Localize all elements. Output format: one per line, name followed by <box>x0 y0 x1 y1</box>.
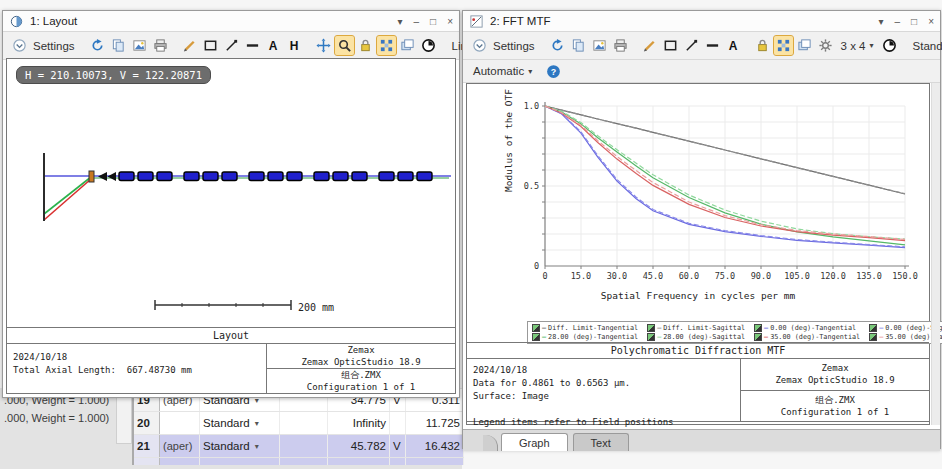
window-menu-button[interactable]: ▾ <box>879 16 884 27</box>
table-cell[interactable]: 22 <box>134 458 160 465</box>
pan-icon[interactable] <box>314 36 333 55</box>
expand-icon[interactable] <box>377 36 396 55</box>
lock-icon[interactable] <box>356 36 375 55</box>
minimize-button[interactable]: – <box>895 16 901 27</box>
duplicate-window-icon[interactable] <box>795 36 814 55</box>
svg-text:0: 0 <box>542 271 547 281</box>
rectangle-icon[interactable] <box>661 36 680 55</box>
maximize-button[interactable]: □ <box>911 16 917 27</box>
tab-graph[interactable]: Graph <box>501 433 568 451</box>
mtf-plot-page: 00.51.0015.030.045.060.075.090.0105.0120… <box>466 83 930 425</box>
line-icon[interactable] <box>222 36 241 55</box>
close-button[interactable]: × <box>447 16 453 27</box>
tab-text[interactable]: Text <box>573 433 629 451</box>
table-cell[interactable]: Standard▾ <box>200 412 280 434</box>
legend-item[interactable]: —0.00 (deg)-Tangential <box>754 324 860 332</box>
legend-toggle-icon[interactable] <box>647 333 655 341</box>
table-row[interactable]: 22(aper)Standard▾13.596V2.7077 <box>134 458 464 465</box>
table-cell[interactable]: 21 <box>134 435 160 457</box>
legend-item[interactable]: —Diff. Limit-Sagittal <box>647 324 745 332</box>
help-icon[interactable]: ? <box>544 62 563 81</box>
svg-text:0.5: 0.5 <box>524 181 539 191</box>
copy-icon[interactable] <box>569 36 588 55</box>
legend-toggle-icon[interactable] <box>754 324 762 332</box>
maximize-button[interactable]: □ <box>430 16 436 27</box>
record-icon[interactable] <box>419 36 438 55</box>
legend-toggle-icon[interactable] <box>532 333 540 341</box>
table-cell[interactable]: Standard▾ <box>200 435 280 457</box>
line-icon[interactable] <box>682 36 701 55</box>
table-cell[interactable]: V <box>390 435 406 457</box>
table-cell[interactable]: Infinity <box>328 412 390 434</box>
gear-icon[interactable] <box>816 36 835 55</box>
copy-icon[interactable] <box>109 36 128 55</box>
table-cell[interactable]: 11.725 <box>406 412 464 434</box>
stretch-tool-icon[interactable]: H <box>285 36 304 55</box>
table-cell[interactable]: 13.596 <box>328 458 390 465</box>
table-cell[interactable]: Standard▾ <box>200 458 280 465</box>
refresh-icon[interactable] <box>548 36 567 55</box>
lens-data-table: 19(aper)Standard▾34.775V0.311V20Standard… <box>132 389 464 465</box>
expand-icon[interactable] <box>774 36 793 55</box>
save-image-icon[interactable] <box>590 36 609 55</box>
record-icon[interactable] <box>880 36 899 55</box>
settings-dropdown[interactable]: Settings <box>7 36 78 55</box>
legend-toggle-icon[interactable] <box>869 333 877 341</box>
pencil-icon[interactable] <box>180 36 199 55</box>
brand-name: Zemax <box>347 344 374 356</box>
chevron-down-icon <box>10 36 29 55</box>
table-cell[interactable] <box>160 412 200 434</box>
table-cell[interactable]: 16.432 <box>406 435 464 457</box>
svg-text:75.0: 75.0 <box>715 271 735 281</box>
settings-dropdown[interactable]: Settings <box>467 36 538 55</box>
legend-toggle-icon[interactable] <box>754 333 762 341</box>
layout-titlebar[interactable]: 1: Layout ▾ – □ × <box>3 11 459 32</box>
dash-icon[interactable] <box>703 36 722 55</box>
table-cell[interactable] <box>280 435 328 457</box>
text-tool-icon[interactable]: A <box>264 36 283 55</box>
table-cell[interactable]: (aper) <box>160 435 200 457</box>
legend-toggle-icon[interactable] <box>532 324 540 332</box>
table-cell[interactable]: 45.782 <box>328 435 390 457</box>
text-tool-icon[interactable]: A <box>724 36 743 55</box>
scrollbar[interactable] <box>116 390 132 444</box>
print-icon[interactable] <box>151 36 170 55</box>
layout-drawing-area[interactable]: H = 210.10073, V = 122.20871 200 mm <box>7 59 455 327</box>
mtf-titlebar[interactable]: 2: FFT MTF ▾ – □ × <box>463 11 940 32</box>
duplicate-window-icon[interactable] <box>398 36 417 55</box>
table-cell[interactable]: 2.707 <box>406 458 464 465</box>
legend-toggle-icon[interactable] <box>647 324 655 332</box>
window-title: 2: FFT MTF <box>490 15 550 27</box>
refresh-icon[interactable] <box>88 36 107 55</box>
minimize-button[interactable]: – <box>414 16 420 27</box>
table-cell[interactable] <box>390 412 406 434</box>
legend-item[interactable]: —28.00 (deg)-Sagittal <box>647 333 745 341</box>
window-menu-button[interactable]: ▾ <box>398 16 403 27</box>
grid-size-dropdown[interactable]: 3 x 4▾ <box>837 40 878 52</box>
legend-toggle-icon[interactable] <box>869 324 877 332</box>
legend-item[interactable]: —Diff. Limit-Tangential <box>532 324 638 332</box>
table-cell[interactable]: 20 <box>134 412 160 434</box>
svg-text:?: ? <box>551 66 556 76</box>
lock-icon[interactable] <box>753 36 772 55</box>
print-icon[interactable] <box>611 36 630 55</box>
legend-item[interactable]: —35.00 (deg)-Tangential <box>754 333 860 341</box>
table-cell[interactable]: V <box>390 458 406 465</box>
table-row[interactable]: 20Standard▾Infinity11.725V <box>134 412 464 435</box>
table-cell[interactable] <box>280 412 328 434</box>
automatic-dropdown[interactable]: Automatic▾ <box>469 65 536 77</box>
table-cell[interactable]: (aper) <box>160 458 200 465</box>
table-cell[interactable] <box>280 458 328 465</box>
configuration-label: Configuration 1 of 1 <box>307 381 415 393</box>
configuration-label: Configuration 1 of 1 <box>781 406 889 418</box>
rectangle-icon[interactable] <box>201 36 220 55</box>
zoom-icon[interactable] <box>335 36 354 55</box>
legend-item[interactable]: —28.00 (deg)-Tangential <box>532 333 638 341</box>
dash-icon[interactable] <box>243 36 262 55</box>
pencil-icon[interactable] <box>640 36 659 55</box>
save-image-icon[interactable] <box>130 36 149 55</box>
standard-dropdown[interactable]: Standard▾ <box>909 40 942 52</box>
close-button[interactable]: × <box>928 16 934 27</box>
table-row[interactable]: 21(aper)Standard▾45.782V16.432ZK <box>134 435 464 458</box>
layout-window: 1: Layout ▾ – □ × Settings A H <box>2 10 460 398</box>
